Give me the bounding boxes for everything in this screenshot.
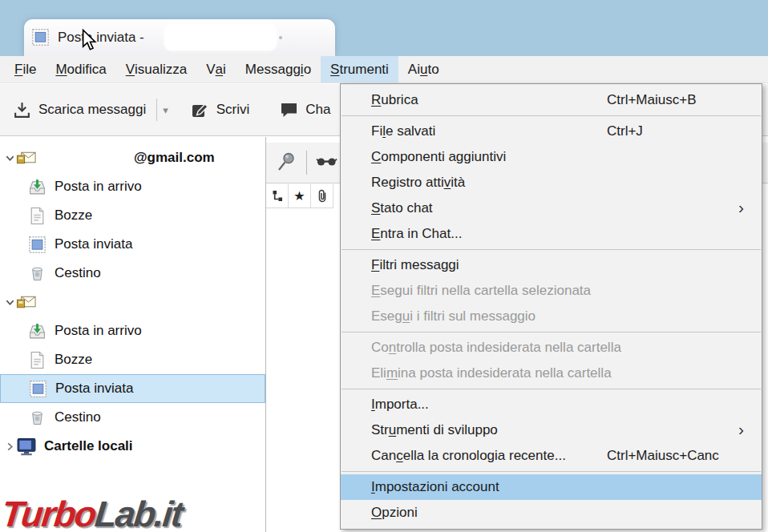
local-folders-icon [16, 437, 37, 456]
caret-down-icon: ▾ [163, 104, 168, 116]
trash-icon [26, 264, 47, 282]
account-row-cartelle-locali[interactable]: Cartelle locali [0, 432, 265, 461]
drafts-icon [26, 207, 47, 225]
menu-item-label: Esegui i filtri sul messaggio [371, 308, 536, 324]
menu-item-entra-in-chat[interactable]: Entra in Chat... [341, 221, 762, 247]
menu-item-controlla-posta-indesiderata-nella-cartella: Controlla posta indesiderata nella carte… [341, 335, 762, 361]
menu-item-label: Componenti aggiuntivi [371, 149, 506, 165]
column-header-row: ★ [266, 184, 333, 208]
inbox-icon [26, 178, 47, 196]
get-messages-button[interactable]: Scarica messaggi [10, 96, 149, 124]
menu-separator [342, 389, 761, 389]
watermark-turbo: Turbo [0, 494, 97, 532]
menubar-item-vai[interactable]: Vai [196, 56, 236, 83]
write-button[interactable]: Scrivi [188, 96, 253, 124]
menu-item-esegui-filtri-nella-cartella-selezionata: Esegui filtri nella cartella selezionata [341, 278, 762, 304]
pin-icon[interactable] [276, 151, 297, 175]
menu-item-file-salvati[interactable]: File salvatiCtrl+J [341, 119, 762, 144]
folder-label: Posta inviata [55, 236, 132, 252]
folder-label: Bozze [55, 208, 92, 224]
menubar-item-messaggio[interactable]: Messaggio [236, 56, 321, 83]
chevron-down-icon[interactable] [3, 153, 16, 163]
star-column-icon[interactable]: ★ [289, 184, 311, 208]
folder-row-cestino[interactable]: Cestino [0, 403, 265, 432]
account-mail-icon [16, 149, 37, 167]
menu-item-label: Importa... [371, 397, 429, 413]
chat-icon [280, 102, 298, 119]
folder-pane: @gmail.comPosta in arrivoBozzePosta invi… [0, 137, 266, 532]
menu-item-label: Cancella la cronologia recente... [371, 448, 566, 464]
glasses-icon[interactable] [316, 155, 338, 171]
menu-item-shortcut: Ctrl+Maiusc+B [607, 92, 696, 108]
folder-label: Cartelle locali [44, 438, 133, 454]
folder-label: Posta inviata [55, 381, 133, 397]
menu-item-registro-attivit[interactable]: Registro attività [341, 170, 762, 195]
menubar-item-file[interactable]: File [5, 56, 46, 83]
folder-row-bozze[interactable]: Bozze [0, 201, 265, 230]
account-mail-icon [16, 293, 37, 311]
folder-row-posta-inviata[interactable]: Posta inviata [0, 230, 265, 259]
menu-item-importa[interactable]: Importa... [341, 392, 762, 417]
quick-filter-divider [306, 151, 307, 175]
mail-tab-icon [32, 29, 50, 46]
account-row-gmail-com[interactable]: @gmail.com [0, 143, 265, 172]
sent-icon [27, 381, 48, 397]
menu-item-filtri-messaggi[interactable]: Filtri messaggi [341, 252, 762, 278]
menu-item-shortcut: Ctrl+J [607, 123, 643, 139]
menu-item-strumenti-di-sviluppo[interactable]: Strumenti di sviluppo› [341, 417, 762, 443]
menu-item-impostazioni-account[interactable]: Impostazioni account [341, 474, 762, 500]
get-messages-dropdown-button[interactable]: ▾ [163, 104, 168, 116]
menu-item-label: Esegui filtri nella cartella selezionata [371, 283, 591, 299]
menu-separator [342, 471, 761, 472]
thread-column-icon[interactable] [266, 184, 289, 208]
chat-button[interactable]: Cha [277, 97, 333, 123]
chevron-right-icon[interactable] [3, 441, 16, 452]
tools-menu-popup: RubricaCtrl+Maiusc+BFile salvatiCtrl+JCo… [340, 83, 762, 530]
menu-item-elimina-posta-indesiderata-nella-cartella: Elimina posta indesiderata nella cartell… [341, 361, 762, 386]
menu-item-label: Impostazioni account [371, 479, 499, 495]
turbolab-watermark: TurboLab.it [0, 494, 184, 532]
sent-icon [26, 236, 47, 253]
tab-title: Posta inviata - [58, 30, 144, 46]
folder-row-bozze[interactable]: Bozze [0, 345, 265, 374]
menubar-item-visualizza[interactable]: Visualizza [116, 56, 197, 83]
folder-row-posta-in-arrivo[interactable]: Posta in arrivo [0, 172, 265, 201]
menu-item-opzioni[interactable]: Opzioni [341, 500, 762, 526]
chevron-down-icon[interactable] [3, 297, 16, 308]
menubar-item-aiuto[interactable]: Aiuto [398, 56, 449, 83]
chat-label: Cha [305, 102, 330, 118]
menu-item-label: Elimina posta indesiderata nella cartell… [371, 365, 612, 381]
folder-label: Posta in arrivo [55, 179, 142, 195]
menu-item-rubrica[interactable]: RubricaCtrl+Maiusc+B [341, 87, 762, 113]
account-row-item[interactable] [0, 288, 265, 316]
menu-item-label: Stato chat [371, 200, 433, 216]
menu-item-label: Rubrica [371, 92, 418, 108]
folder-label: Bozze [55, 352, 92, 368]
download-icon [13, 101, 31, 119]
watermark-lab: Lab.it [93, 494, 184, 532]
menubar-item-strumenti[interactable]: Strumenti [321, 56, 398, 83]
folder-label: Cestino [55, 409, 101, 425]
get-messages-label: Scarica messaggi [38, 102, 146, 118]
folder-label: Posta in arrivo [55, 323, 142, 339]
menu-item-label: Filtri messaggi [371, 257, 459, 273]
menu-item-componenti-aggiuntivi[interactable]: Componenti aggiuntivi [341, 144, 762, 170]
menu-item-label: Opzioni [371, 505, 418, 521]
attachment-column-icon[interactable] [311, 184, 333, 208]
inbox-icon [26, 322, 47, 341]
menu-item-stato-chat[interactable]: Stato chat› [341, 195, 762, 221]
folder-row-posta-in-arrivo[interactable]: Posta in arrivo [0, 316, 265, 345]
menubar-item-modifica[interactable]: Modifica [46, 56, 115, 83]
folder-row-posta-inviata[interactable]: Posta inviata [0, 374, 265, 403]
blur-artifact-dot [279, 36, 282, 39]
submenu-arrow-icon: › [738, 199, 744, 216]
menu-item-cancella-la-cronologia-recente[interactable]: Cancella la cronologia recente...Ctrl+Ma… [341, 443, 762, 469]
trash-icon [26, 409, 47, 426]
menu-separator [342, 115, 761, 116]
folder-label: Cestino [55, 265, 101, 281]
window-tab[interactable]: Posta inviata - [24, 19, 335, 56]
compose-icon [191, 101, 209, 119]
write-label: Scrivi [216, 102, 250, 118]
menu-separator [342, 332, 761, 332]
folder-row-cestino[interactable]: Cestino [0, 259, 265, 288]
